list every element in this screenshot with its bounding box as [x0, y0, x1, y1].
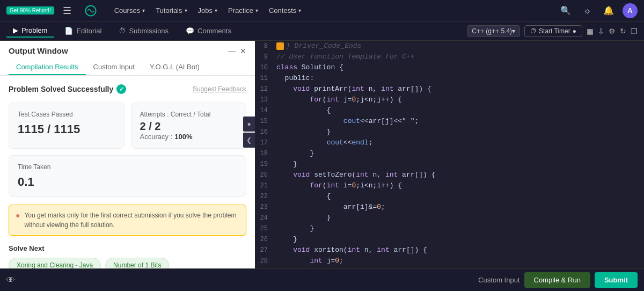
line-number: 18 [255, 148, 274, 159]
code-line: 12 void printArr(int n, int arr[]) { [255, 84, 644, 94]
expand-icon[interactable]: ❐ [631, 27, 638, 35]
code-line: 14 { [255, 105, 644, 116]
line-content: void xoriton(int n, int arr[]) { [274, 245, 644, 256]
nav-tutorials[interactable]: Tutorials ▾ [151, 4, 191, 17]
solved-checkmark-icon: ✓ [116, 84, 126, 94]
close-icon[interactable]: ✕ [240, 47, 246, 55]
line-number: 14 [255, 105, 274, 116]
bottom-icon[interactable]: 👁 [6, 275, 15, 285]
chevron-down-icon: ▾ [185, 8, 187, 13]
output-body: Problem Solved Successfully ✓ Suggest Fe… [0, 76, 255, 268]
line-number: 8 [255, 41, 274, 52]
chevron-down-icon: ▾ [255, 8, 258, 13]
topbar-right: 🔍 ☼ 🔔 A [558, 3, 638, 18]
line-number: 12 [255, 84, 274, 94]
attempts-label: Attempts : Correct / Total [140, 111, 238, 118]
language-selector[interactable]: C++ (g++ 5.4)▾ [467, 25, 520, 37]
tab-problem[interactable]: ▶ Problem [6, 24, 54, 38]
theme-icon[interactable]: ☼ [580, 3, 595, 18]
avatar[interactable]: A [623, 3, 638, 18]
logo[interactable] [80, 4, 101, 17]
solved-banner: Problem Solved Successfully ✓ Suggest Fe… [9, 84, 246, 94]
start-timer-button[interactable]: ⏱ Start Timer ● [524, 25, 582, 37]
code-line: 23 arr[i]&=0; [255, 202, 644, 213]
tab-compilation-results[interactable]: Compilation Results [9, 60, 86, 75]
code-area[interactable]: 8} Driver_Code_Ends9// User function Tem… [255, 41, 644, 268]
notifications-icon[interactable]: 🔔 [601, 3, 616, 18]
code-line: 18 } [255, 148, 644, 159]
code-line: 26 } [255, 234, 644, 245]
time-taken-label: Time Taken [18, 163, 237, 171]
copy-icon[interactable]: ▦ [587, 27, 594, 35]
code-line: 8} Driver_Code_Ends [255, 41, 644, 52]
tab-editorial[interactable]: 📄 Editorial [58, 25, 108, 37]
line-number: 23 [255, 202, 274, 213]
code-line: 15 cout<<arr[j]<<" "; [255, 116, 644, 127]
attempts-card: Attempts : Correct / Total 2 / 2 Accurac… [131, 103, 247, 149]
warning-icon: ● [16, 211, 20, 220]
line-content: void printArr(int n, int arr[]) { [274, 84, 644, 94]
code-editor-panel: 8} Driver_Code_Ends9// User function Tem… [255, 41, 644, 268]
main-content: Output Window — ✕ Compilation Results Cu… [0, 41, 644, 268]
line-number: 24 [255, 213, 274, 223]
solve-next-button-2[interactable]: Number of 1 Bits [105, 258, 169, 268]
submit-button[interactable]: Submit [595, 272, 638, 288]
tab-submissions-label: Submissions [129, 27, 169, 35]
nav-contests[interactable]: Contests ▾ [265, 4, 305, 17]
stats-grid: Test Cases Passed 1115 / 1115 Attempts :… [9, 103, 246, 149]
line-number: 22 [255, 191, 274, 202]
line-number: 10 [255, 62, 274, 73]
search-icon[interactable]: 🔍 [558, 3, 573, 18]
download-icon[interactable]: ⇩ [598, 27, 604, 35]
line-content: cout<<arr[j]<<" "; [274, 116, 644, 127]
code-line: 27 void xoriton(int n, int arr[]) { [255, 245, 644, 256]
submissions-icon: ⏱ [119, 27, 126, 35]
main-nav: Courses ▾ Tutorials ▾ Jobs ▾ Practice ▾ … [110, 4, 306, 17]
tab-problem-label: Problem [21, 26, 47, 34]
line-content: } [274, 223, 644, 234]
code-line: 28 int j=0; [255, 256, 644, 266]
solve-next-title: Solve Next [9, 244, 246, 252]
tab-comments[interactable]: 💬 Comments [179, 25, 238, 37]
tab-submissions[interactable]: ⏱ Submissions [112, 25, 175, 37]
warning-box: ● You get marks only for the first corre… [9, 205, 246, 236]
solve-next-section: Solve Next Xoring and Clearing - Java Nu… [9, 244, 246, 268]
line-content: } [274, 213, 644, 223]
settings-icon[interactable]: ⚙ [609, 27, 616, 35]
accuracy-value: 100% [174, 133, 192, 141]
line-number: 21 [255, 180, 274, 191]
attempts-value: 2 / 2 [140, 120, 238, 133]
hamburger-icon[interactable]: ☰ [63, 5, 71, 17]
suggest-feedback-link[interactable]: Suggest Feedback [193, 85, 246, 93]
bottom-bar: 👁 Custom Input Compile & Run Submit [0, 268, 644, 291]
compile-run-button[interactable]: Compile & Run [524, 272, 590, 288]
start-timer-label: Start Timer [539, 27, 570, 35]
nav-courses[interactable]: Courses ▾ [110, 4, 149, 17]
minimize-icon[interactable]: — [228, 47, 236, 55]
line-number: 17 [255, 137, 274, 148]
nav-practice[interactable]: Practice ▾ [224, 4, 262, 17]
right-side-icons: ● ❮ [243, 117, 255, 148]
refresh-icon[interactable]: ↻ [620, 27, 626, 35]
solve-next-button-1[interactable]: Xoring and Clearing - Java [9, 258, 101, 268]
code-line: 11 public: [255, 73, 644, 84]
line-content: } [274, 234, 644, 245]
line-content: for(int i=0;i<n;i++) { [274, 180, 644, 191]
side-icon-1[interactable]: ● [243, 117, 255, 132]
line-number: 19 [255, 159, 274, 170]
side-arrow-icon[interactable]: ❮ [243, 133, 255, 148]
secondbar: ▶ Problem 📄 Editorial ⏱ Submissions 💬 Co… [0, 21, 644, 41]
time-taken-value: 0.1 [18, 175, 237, 189]
line-content: public: [274, 73, 644, 84]
nav-jobs[interactable]: Jobs ▾ [194, 4, 222, 17]
toolbar-icons: ▦ ⇩ ⚙ ↻ ❐ [587, 27, 638, 35]
tab-custom-input[interactable]: Custom Input [86, 60, 142, 75]
solve-next-buttons: Xoring and Clearing - Java Number of 1 B… [9, 258, 246, 268]
tab-yogi[interactable]: Y.O.G.I. (AI Bot) [142, 60, 207, 75]
topbar: Get 90% Refund! ☰ Courses ▾ Tutorials ▾ … [0, 0, 644, 21]
secondbar-right: C++ (g++ 5.4)▾ ⏱ Start Timer ● ▦ ⇩ ⚙ ↻ ❐ [467, 25, 638, 37]
refund-badge[interactable]: Get 90% Refund! [6, 6, 54, 14]
code-line: 19 } [255, 159, 644, 170]
line-content: } [274, 127, 644, 137]
chevron-down-icon: ▾ [215, 8, 217, 13]
